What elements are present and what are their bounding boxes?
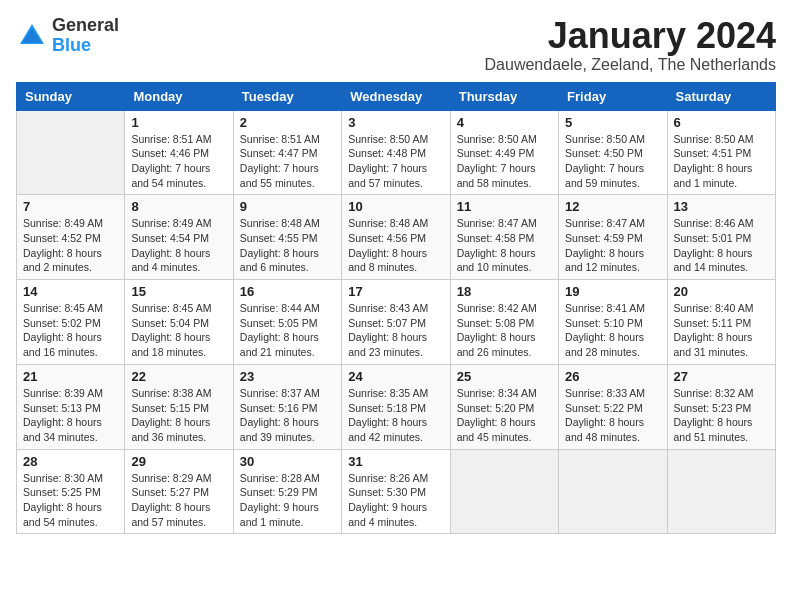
day-cell: 14 Sunrise: 8:45 AMSunset: 5:02 PMDaylig… bbox=[17, 280, 125, 365]
cell-info: Sunrise: 8:51 AMSunset: 4:46 PMDaylight:… bbox=[131, 133, 211, 189]
cell-info: Sunrise: 8:41 AMSunset: 5:10 PMDaylight:… bbox=[565, 302, 645, 358]
logo: General Blue bbox=[16, 16, 119, 56]
date-number: 9 bbox=[240, 199, 335, 214]
cell-info: Sunrise: 8:39 AMSunset: 5:13 PMDaylight:… bbox=[23, 387, 103, 443]
date-number: 20 bbox=[674, 284, 769, 299]
cell-info: Sunrise: 8:46 AMSunset: 5:01 PMDaylight:… bbox=[674, 217, 754, 273]
day-header-tuesday: Tuesday bbox=[233, 82, 341, 110]
day-cell: 16 Sunrise: 8:44 AMSunset: 5:05 PMDaylig… bbox=[233, 280, 341, 365]
date-number: 7 bbox=[23, 199, 118, 214]
day-cell: 7 Sunrise: 8:49 AMSunset: 4:52 PMDayligh… bbox=[17, 195, 125, 280]
day-cell: 12 Sunrise: 8:47 AMSunset: 4:59 PMDaylig… bbox=[559, 195, 667, 280]
date-number: 25 bbox=[457, 369, 552, 384]
cell-info: Sunrise: 8:29 AMSunset: 5:27 PMDaylight:… bbox=[131, 472, 211, 528]
day-cell: 17 Sunrise: 8:43 AMSunset: 5:07 PMDaylig… bbox=[342, 280, 450, 365]
date-number: 21 bbox=[23, 369, 118, 384]
date-number: 8 bbox=[131, 199, 226, 214]
date-number: 10 bbox=[348, 199, 443, 214]
date-number: 5 bbox=[565, 115, 660, 130]
day-cell: 10 Sunrise: 8:48 AMSunset: 4:56 PMDaylig… bbox=[342, 195, 450, 280]
cell-info: Sunrise: 8:50 AMSunset: 4:49 PMDaylight:… bbox=[457, 133, 537, 189]
date-number: 29 bbox=[131, 454, 226, 469]
day-cell: 31 Sunrise: 8:26 AMSunset: 5:30 PMDaylig… bbox=[342, 449, 450, 534]
cell-info: Sunrise: 8:26 AMSunset: 5:30 PMDaylight:… bbox=[348, 472, 428, 528]
cell-info: Sunrise: 8:49 AMSunset: 4:54 PMDaylight:… bbox=[131, 217, 211, 273]
day-cell: 23 Sunrise: 8:37 AMSunset: 5:16 PMDaylig… bbox=[233, 364, 341, 449]
cell-info: Sunrise: 8:40 AMSunset: 5:11 PMDaylight:… bbox=[674, 302, 754, 358]
date-number: 23 bbox=[240, 369, 335, 384]
date-number: 11 bbox=[457, 199, 552, 214]
date-number: 2 bbox=[240, 115, 335, 130]
day-cell: 22 Sunrise: 8:38 AMSunset: 5:15 PMDaylig… bbox=[125, 364, 233, 449]
cell-info: Sunrise: 8:51 AMSunset: 4:47 PMDaylight:… bbox=[240, 133, 320, 189]
date-number: 6 bbox=[674, 115, 769, 130]
cell-info: Sunrise: 8:37 AMSunset: 5:16 PMDaylight:… bbox=[240, 387, 320, 443]
calendar-title: January 2024 bbox=[485, 16, 776, 56]
cell-info: Sunrise: 8:50 AMSunset: 4:50 PMDaylight:… bbox=[565, 133, 645, 189]
day-cell: 29 Sunrise: 8:29 AMSunset: 5:27 PMDaylig… bbox=[125, 449, 233, 534]
day-cell: 28 Sunrise: 8:30 AMSunset: 5:25 PMDaylig… bbox=[17, 449, 125, 534]
logo-icon bbox=[16, 20, 48, 52]
day-header-row: SundayMondayTuesdayWednesdayThursdayFrid… bbox=[17, 82, 776, 110]
day-cell: 25 Sunrise: 8:34 AMSunset: 5:20 PMDaylig… bbox=[450, 364, 558, 449]
cell-info: Sunrise: 8:34 AMSunset: 5:20 PMDaylight:… bbox=[457, 387, 537, 443]
date-number: 16 bbox=[240, 284, 335, 299]
day-cell: 1 Sunrise: 8:51 AMSunset: 4:46 PMDayligh… bbox=[125, 110, 233, 195]
date-number: 27 bbox=[674, 369, 769, 384]
logo-general-text: General bbox=[52, 15, 119, 35]
date-number: 24 bbox=[348, 369, 443, 384]
cell-info: Sunrise: 8:48 AMSunset: 4:56 PMDaylight:… bbox=[348, 217, 428, 273]
cell-info: Sunrise: 8:50 AMSunset: 4:48 PMDaylight:… bbox=[348, 133, 428, 189]
day-header-thursday: Thursday bbox=[450, 82, 558, 110]
cell-info: Sunrise: 8:38 AMSunset: 5:15 PMDaylight:… bbox=[131, 387, 211, 443]
day-cell: 18 Sunrise: 8:42 AMSunset: 5:08 PMDaylig… bbox=[450, 280, 558, 365]
date-number: 31 bbox=[348, 454, 443, 469]
cell-info: Sunrise: 8:50 AMSunset: 4:51 PMDaylight:… bbox=[674, 133, 754, 189]
week-row-3: 14 Sunrise: 8:45 AMSunset: 5:02 PMDaylig… bbox=[17, 280, 776, 365]
week-row-5: 28 Sunrise: 8:30 AMSunset: 5:25 PMDaylig… bbox=[17, 449, 776, 534]
cell-info: Sunrise: 8:43 AMSunset: 5:07 PMDaylight:… bbox=[348, 302, 428, 358]
day-cell: 15 Sunrise: 8:45 AMSunset: 5:04 PMDaylig… bbox=[125, 280, 233, 365]
date-number: 28 bbox=[23, 454, 118, 469]
day-cell: 11 Sunrise: 8:47 AMSunset: 4:58 PMDaylig… bbox=[450, 195, 558, 280]
date-number: 13 bbox=[674, 199, 769, 214]
date-number: 3 bbox=[348, 115, 443, 130]
logo-blue-text: Blue bbox=[52, 35, 91, 55]
title-section: January 2024 Dauwendaele, Zeeland, The N… bbox=[485, 16, 776, 74]
cell-info: Sunrise: 8:47 AMSunset: 4:58 PMDaylight:… bbox=[457, 217, 537, 273]
day-header-sunday: Sunday bbox=[17, 82, 125, 110]
cell-info: Sunrise: 8:47 AMSunset: 4:59 PMDaylight:… bbox=[565, 217, 645, 273]
date-number: 19 bbox=[565, 284, 660, 299]
day-cell: 24 Sunrise: 8:35 AMSunset: 5:18 PMDaylig… bbox=[342, 364, 450, 449]
day-cell: 21 Sunrise: 8:39 AMSunset: 5:13 PMDaylig… bbox=[17, 364, 125, 449]
day-cell: 30 Sunrise: 8:28 AMSunset: 5:29 PMDaylig… bbox=[233, 449, 341, 534]
day-header-monday: Monday bbox=[125, 82, 233, 110]
date-number: 12 bbox=[565, 199, 660, 214]
cell-info: Sunrise: 8:32 AMSunset: 5:23 PMDaylight:… bbox=[674, 387, 754, 443]
day-cell: 9 Sunrise: 8:48 AMSunset: 4:55 PMDayligh… bbox=[233, 195, 341, 280]
date-number: 15 bbox=[131, 284, 226, 299]
cell-info: Sunrise: 8:45 AMSunset: 5:02 PMDaylight:… bbox=[23, 302, 103, 358]
date-number: 26 bbox=[565, 369, 660, 384]
cell-info: Sunrise: 8:49 AMSunset: 4:52 PMDaylight:… bbox=[23, 217, 103, 273]
day-cell: 19 Sunrise: 8:41 AMSunset: 5:10 PMDaylig… bbox=[559, 280, 667, 365]
day-header-friday: Friday bbox=[559, 82, 667, 110]
cell-info: Sunrise: 8:48 AMSunset: 4:55 PMDaylight:… bbox=[240, 217, 320, 273]
cell-info: Sunrise: 8:45 AMSunset: 5:04 PMDaylight:… bbox=[131, 302, 211, 358]
date-number: 14 bbox=[23, 284, 118, 299]
date-number: 18 bbox=[457, 284, 552, 299]
cell-info: Sunrise: 8:28 AMSunset: 5:29 PMDaylight:… bbox=[240, 472, 320, 528]
date-number: 17 bbox=[348, 284, 443, 299]
date-number: 30 bbox=[240, 454, 335, 469]
cell-info: Sunrise: 8:30 AMSunset: 5:25 PMDaylight:… bbox=[23, 472, 103, 528]
date-number: 4 bbox=[457, 115, 552, 130]
cell-info: Sunrise: 8:44 AMSunset: 5:05 PMDaylight:… bbox=[240, 302, 320, 358]
day-cell: 20 Sunrise: 8:40 AMSunset: 5:11 PMDaylig… bbox=[667, 280, 775, 365]
date-number: 22 bbox=[131, 369, 226, 384]
day-cell: 13 Sunrise: 8:46 AMSunset: 5:01 PMDaylig… bbox=[667, 195, 775, 280]
calendar-table: SundayMondayTuesdayWednesdayThursdayFrid… bbox=[16, 82, 776, 535]
day-cell: 26 Sunrise: 8:33 AMSunset: 5:22 PMDaylig… bbox=[559, 364, 667, 449]
cell-info: Sunrise: 8:42 AMSunset: 5:08 PMDaylight:… bbox=[457, 302, 537, 358]
day-cell bbox=[559, 449, 667, 534]
day-cell bbox=[450, 449, 558, 534]
